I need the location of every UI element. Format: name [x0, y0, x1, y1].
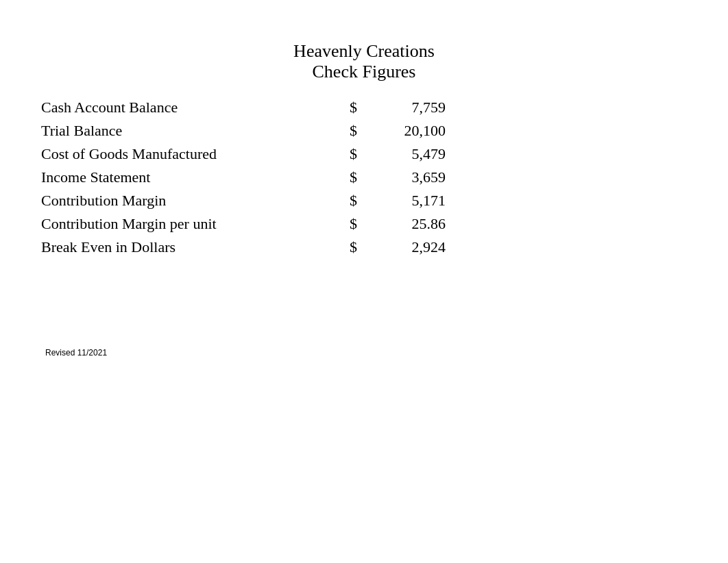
- row-label: Contribution Margin: [41, 192, 350, 210]
- row-label: Income Statement: [41, 168, 350, 186]
- table-row: Cost of Goods Manufactured$5,479: [41, 142, 466, 166]
- footer-note: Revised 11/2021: [45, 348, 107, 358]
- table-row: Cash Account Balance$7,759: [41, 96, 466, 119]
- row-label: Break Even in Dollars: [41, 238, 350, 256]
- table-row: Income Statement$3,659: [41, 166, 466, 189]
- row-dollar-sign: $: [350, 145, 377, 163]
- row-value: 7,759: [377, 99, 446, 116]
- row-value: 3,659: [377, 168, 446, 186]
- row-value: 25.86: [377, 215, 446, 233]
- row-label: Contribution Margin per unit: [41, 215, 350, 233]
- row-dollar-sign: $: [350, 168, 377, 186]
- row-label: Cost of Goods Manufactured: [41, 145, 350, 163]
- page-subtitle: Check Figures: [41, 62, 687, 82]
- header: Heavenly Creations Check Figures: [41, 41, 687, 82]
- table-row: Contribution Margin$5,171: [41, 189, 466, 212]
- table-row: Break Even in Dollars$2,924: [41, 236, 466, 259]
- data-table: Cash Account Balance$7,759Trial Balance$…: [41, 96, 466, 259]
- table-row: Contribution Margin per unit$25.86: [41, 212, 466, 236]
- row-value: 20,100: [377, 122, 446, 140]
- row-value: 2,924: [377, 238, 446, 256]
- company-name: Heavenly Creations: [41, 41, 687, 62]
- row-label: Cash Account Balance: [41, 99, 350, 116]
- row-label: Trial Balance: [41, 122, 350, 140]
- page-container: Heavenly Creations Check Figures Cash Ac…: [0, 0, 728, 286]
- row-dollar-sign: $: [350, 192, 377, 210]
- row-dollar-sign: $: [350, 99, 377, 116]
- row-value: 5,171: [377, 192, 446, 210]
- row-dollar-sign: $: [350, 215, 377, 233]
- table-row: Trial Balance$20,100: [41, 119, 466, 142]
- row-value: 5,479: [377, 145, 446, 163]
- row-dollar-sign: $: [350, 122, 377, 140]
- row-dollar-sign: $: [350, 238, 377, 256]
